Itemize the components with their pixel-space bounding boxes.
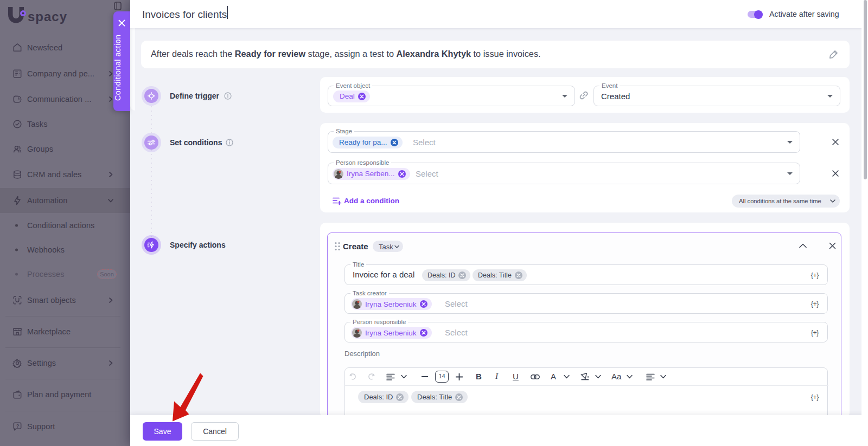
svg-text:?: ? (16, 423, 20, 429)
svg-text:spacy: spacy (28, 9, 67, 24)
